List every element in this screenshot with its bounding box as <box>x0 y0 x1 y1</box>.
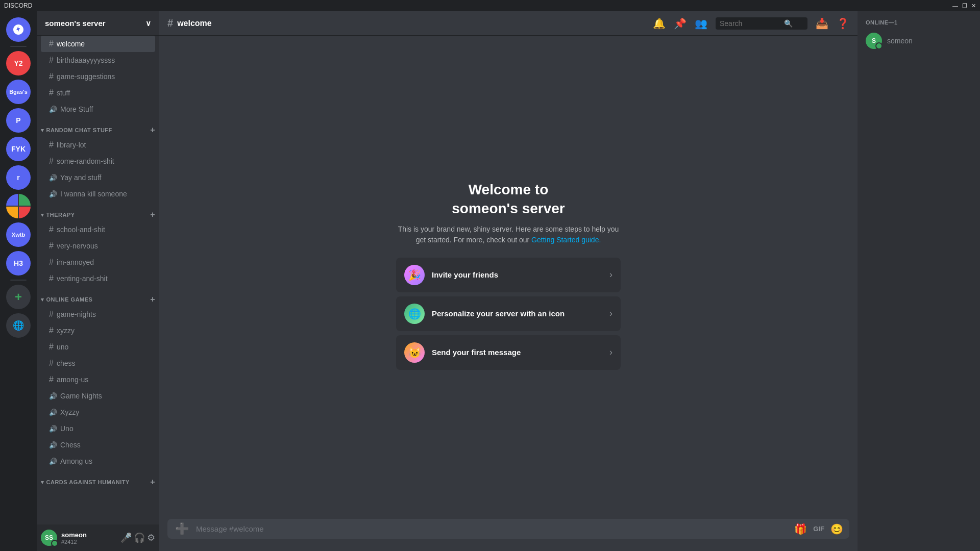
inbox-icon[interactable]: 📥 <box>816 17 828 30</box>
server-divider-2 <box>10 280 27 281</box>
maximize-btn[interactable]: ❐ <box>962 3 967 9</box>
category-chevron: ▾ <box>41 479 44 486</box>
members-panel: ONLINE—1 S someon <box>857 11 980 551</box>
channel-school-and-shit[interactable]: # school-and-shit <box>41 221 155 238</box>
notification-bell-icon[interactable]: 🔔 <box>653 17 666 30</box>
voice-icon: 🔊 <box>49 425 57 433</box>
server-icon-group[interactable] <box>6 194 31 218</box>
server-name: someon's server <box>45 19 106 28</box>
category-random-chat-stuff[interactable]: ▾ RANDOM CHAT STUFF + <box>37 117 159 137</box>
close-btn[interactable]: ✕ <box>971 3 976 9</box>
settings-icon[interactable]: ⚙ <box>147 532 155 543</box>
getting-started-link[interactable]: Getting Started guide. <box>531 236 601 244</box>
add-member-icon[interactable]: 👤+ <box>130 40 142 48</box>
server-icon-y2[interactable]: Y2 <box>6 51 31 76</box>
channel-chess-voice[interactable]: 🔊 Chess <box>41 437 155 453</box>
channel-more-stuff[interactable]: 🔊 More Stuff <box>41 101 155 117</box>
minimize-btn[interactable]: — <box>952 3 958 9</box>
channel-name: uno <box>57 343 151 351</box>
server-icon-r[interactable]: r <box>6 165 31 190</box>
channel-welcome[interactable]: # welcome 👤+ ⚙ <box>41 36 155 52</box>
search-input[interactable] <box>720 19 781 28</box>
category-chevron: ▾ <box>41 127 44 134</box>
welcome-title: Welcome tosomeon's server <box>452 181 565 218</box>
channel-i-wanna-kill-someone[interactable]: 🔊 I wanna kill someone <box>41 186 155 202</box>
help-icon[interactable]: ❓ <box>837 17 849 30</box>
channel-name: library-lot <box>57 141 151 149</box>
personalize-card[interactable]: 🌐 Personalize your server with an icon › <box>396 296 621 331</box>
category-add-icon[interactable]: + <box>150 478 155 487</box>
pin-icon[interactable]: 📌 <box>674 17 687 30</box>
channel-name: Game Nights <box>60 392 151 400</box>
channel-header: # welcome 🔔 📌 👥 🔍 📥 ❓ <box>159 11 857 36</box>
titlebar-controls[interactable]: — ❐ ✕ <box>952 3 976 9</box>
channel-among-us[interactable]: # among-us <box>41 371 155 388</box>
headset-icon[interactable]: 🎧 <box>134 532 145 543</box>
category-online-games[interactable]: ▾ ONLINE GAMES + <box>37 287 159 306</box>
emoji-icon[interactable]: 😊 <box>830 523 843 535</box>
channel-game-nights[interactable]: # game-nights <box>41 306 155 322</box>
discover-btn[interactable]: 🌐 <box>6 313 31 338</box>
add-server-btn[interactable]: + <box>6 285 31 309</box>
category-cards-against-humanity[interactable]: ▾ CARDS AGAINST HUMANITY + <box>37 469 159 489</box>
channel-xyzzy-voice[interactable]: 🔊 Xyzzy <box>41 404 155 420</box>
category-add-icon[interactable]: + <box>150 126 155 135</box>
search-box[interactable]: 🔍 <box>716 17 807 30</box>
invite-friends-card[interactable]: 🎉 Invite your friends › <box>396 258 621 292</box>
server-icon-p[interactable]: P <box>6 108 31 133</box>
first-message-card[interactable]: 😺 Send your first message › <box>396 335 621 370</box>
channel-name: game-nights <box>57 310 151 318</box>
category-add-icon[interactable]: + <box>150 295 155 304</box>
members-icon[interactable]: 👥 <box>695 17 707 30</box>
channel-uno-voice[interactable]: 🔊 Uno <box>41 420 155 437</box>
server-icon-h3[interactable]: H3 <box>6 251 31 276</box>
category-therapy[interactable]: ▾ THERAPY + <box>37 202 159 221</box>
message-icon: 😺 <box>404 342 425 363</box>
server-icon-home[interactable] <box>6 17 31 42</box>
channel-im-annoyed[interactable]: # im-annoyed <box>41 254 155 270</box>
channel-birthdaaayyyyssss[interactable]: # birthdaaayyyyssss <box>41 52 155 68</box>
header-actions: 🔔 📌 👥 🔍 📥 ❓ <box>653 17 849 30</box>
channel-venting-and-shit[interactable]: # venting-and-shit <box>41 270 155 287</box>
channel-some-random-shit[interactable]: # some-random-shit <box>41 153 155 169</box>
channel-name: among-us <box>57 375 151 384</box>
gift-icon[interactable]: 🎁 <box>794 523 807 535</box>
server-icon-bgas[interactable]: Bgas's <box>6 80 31 104</box>
channel-yay-and-stuff[interactable]: 🔊 Yay and stuff <box>41 169 155 186</box>
channel-stuff[interactable]: # stuff <box>41 85 155 101</box>
channel-xyzzy[interactable]: # xyzzy <box>41 322 155 339</box>
settings-icon[interactable]: ⚙ <box>144 40 151 48</box>
channel-very-nervous[interactable]: # very-nervous <box>41 238 155 254</box>
channel-name: welcome <box>57 40 127 48</box>
voice-icon: 🔊 <box>49 392 57 400</box>
channel-game-nights-voice[interactable]: 🔊 Game Nights <box>41 388 155 404</box>
member-someon[interactable]: S someon <box>862 30 976 52</box>
user-avatar-initials: SS <box>45 534 53 541</box>
app-title: DISCORD <box>4 2 32 9</box>
server-icon-fyk[interactable]: FYK <box>6 137 31 161</box>
channel-chess[interactable]: # chess <box>41 355 155 371</box>
mic-icon[interactable]: 🎤 <box>120 532 132 543</box>
category-label: RANDOM CHAT STUFF <box>46 127 112 133</box>
channel-hash-icon: # <box>167 17 173 29</box>
personalize-arrow-icon: › <box>609 308 612 319</box>
message-input[interactable] <box>196 519 788 539</box>
category-label: THERAPY <box>46 212 75 218</box>
channel-among-us-voice[interactable]: 🔊 Among us <box>41 453 155 469</box>
add-attachment-btn[interactable]: ➕ <box>174 521 190 537</box>
hash-icon: # <box>49 310 54 319</box>
server-icon-xwtb[interactable]: Xwtb <box>6 222 31 247</box>
channel-name: very-nervous <box>57 242 151 250</box>
channel-game-suggestions[interactable]: # game-suggestions <box>41 68 155 85</box>
gif-icon[interactable]: GIF <box>813 525 824 533</box>
category-add-icon[interactable]: + <box>150 210 155 219</box>
server-header[interactable]: someon's server ∨ <box>37 11 159 36</box>
channel-name: venting-and-shit <box>57 274 151 283</box>
hash-icon: # <box>49 72 54 81</box>
channel-header-name: welcome <box>177 19 212 28</box>
hash-icon: # <box>49 359 54 368</box>
channel-library-lot[interactable]: # library-lot <box>41 137 155 153</box>
hash-icon: # <box>49 140 54 149</box>
channel-name: I wanna kill someone <box>60 190 151 198</box>
channel-uno[interactable]: # uno <box>41 339 155 355</box>
